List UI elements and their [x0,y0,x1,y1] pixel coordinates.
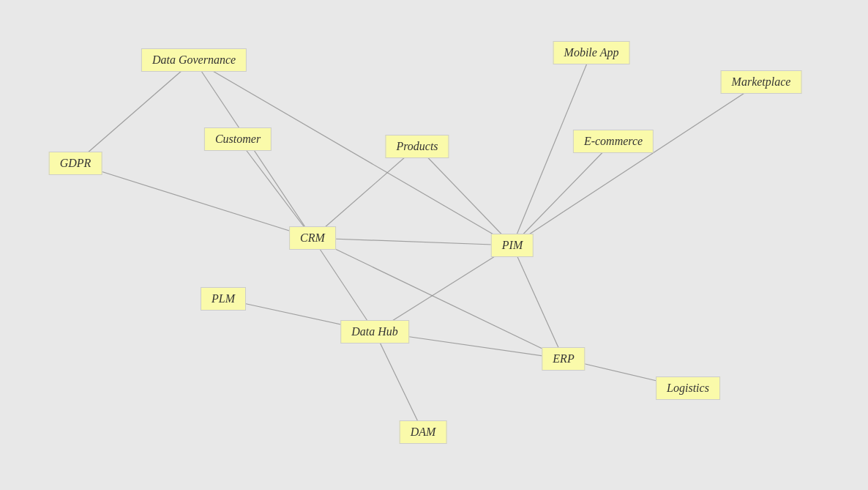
svg-line-5 [313,146,417,238]
svg-line-13 [375,245,512,332]
node-mobile-app: Mobile App [553,41,630,64]
svg-line-10 [313,238,512,245]
node-erp: ERP [542,347,585,371]
node-plm: PLM [201,287,246,311]
svg-line-0 [75,60,194,163]
svg-line-2 [194,60,512,245]
node-customer: Customer [204,127,272,151]
node-gdpr: GDPR [49,152,102,175]
node-data-hub: Data Hub [340,320,409,344]
svg-line-6 [75,163,313,238]
svg-line-11 [313,238,375,332]
svg-line-16 [375,332,423,432]
node-data-governance: Data Governance [141,48,247,72]
svg-line-14 [512,245,564,359]
svg-line-9 [512,82,761,245]
node-ecommerce: E-commerce [573,130,654,153]
svg-line-3 [238,139,313,238]
node-marketplace: Marketplace [721,70,802,94]
node-pim: PIM [491,234,534,257]
node-dam: DAM [400,420,447,444]
diagram-container: Data GovernanceMobile AppMarketplaceCust… [0,0,868,490]
svg-line-4 [417,146,512,245]
node-crm: CRM [289,226,336,250]
node-products: Products [385,135,449,158]
node-logistics: Logistics [656,376,720,400]
svg-line-8 [512,141,613,245]
